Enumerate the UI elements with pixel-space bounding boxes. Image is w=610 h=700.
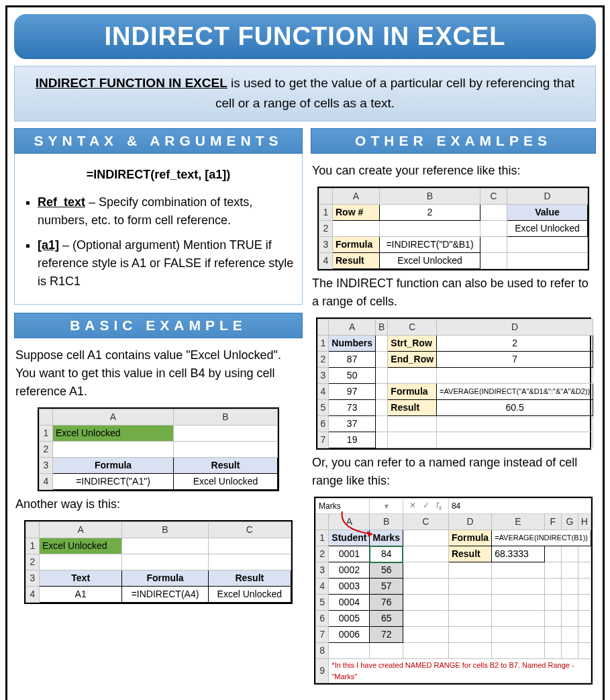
col-header: D [437, 319, 593, 335]
cell: Formula [388, 383, 437, 399]
col-header: B [375, 319, 387, 335]
other-p2: The INDIRECT function can also be used t… [312, 274, 595, 311]
other-table-1: ABCD 1Row #2Value 2Excel Unlocked 3Formu… [317, 187, 589, 270]
cell: 60.5 [437, 399, 593, 415]
col-header: A [333, 188, 380, 204]
basic-header: BASIC EXAMPLE [14, 313, 303, 338]
cell [375, 432, 387, 448]
cell: 0001 [329, 546, 370, 562]
cell [333, 220, 380, 236]
title-banner: INDIRECT FUNCTION IN EXCEL [14, 14, 596, 59]
col-header: C [388, 319, 437, 335]
cell: Excel Unlocked [53, 425, 174, 441]
cell [480, 252, 507, 268]
cell [122, 538, 208, 554]
cell [388, 432, 437, 448]
cell: End_Row [388, 351, 437, 367]
other-table-3: Marks ▾ ✕ ✓ fx 84 A B C D E F [314, 497, 593, 685]
cell [437, 415, 593, 432]
syntax-formula: =INDIRECT(ref_text, [a1]) [23, 166, 294, 184]
cell: =INDIRECT("D"&B1) [380, 236, 480, 252]
cell: 84 [370, 546, 403, 562]
cell: 7 [437, 351, 593, 367]
cell [507, 252, 588, 268]
col-header: D [448, 514, 491, 530]
cell: 50 [329, 367, 376, 383]
other-p1: You can create your reference like this: [312, 162, 595, 180]
other-body: You can create your reference like this:… [311, 154, 596, 693]
cell [375, 351, 387, 367]
cell: 68.3333 [492, 546, 545, 562]
col-header: B [370, 514, 403, 530]
name-box: Marks [316, 498, 370, 513]
cell [53, 441, 174, 457]
cell [388, 415, 437, 432]
cell: Row # [333, 204, 380, 220]
cell: 2 [437, 335, 593, 351]
cell [208, 538, 291, 554]
cell [122, 554, 208, 570]
cell: 56 [370, 562, 403, 579]
cell: 0005 [329, 611, 370, 627]
cell: Marks [370, 530, 403, 546]
cell [388, 367, 437, 383]
cell: 76 [370, 595, 403, 611]
dropdown-icon: ▾ [370, 498, 403, 513]
cell [480, 204, 507, 220]
page-title: INDIRECT FUNCTION IN EXCEL [21, 22, 589, 51]
cell: Formula [122, 570, 208, 586]
cell: Excel Unlocked [208, 586, 291, 602]
argument-list: Ref_text – Specify combination of texts,… [23, 193, 294, 291]
intro-text: is used to get the value of a particular… [215, 76, 574, 110]
basic-table-1: AB 1Excel Unlocked 2 3FormulaResult 4=IN… [38, 407, 279, 491]
cell: 0004 [329, 595, 370, 611]
list-item: Ref_text – Specify combination of texts,… [38, 193, 294, 230]
cell [174, 425, 278, 441]
footnote: *In this I have created NAMED RANGE for … [329, 659, 591, 683]
cell: Excel Unlocked [174, 473, 278, 489]
cell: Formula [53, 457, 174, 473]
cell [437, 367, 593, 383]
col-header: C [403, 514, 448, 530]
cell: A1 [40, 586, 122, 602]
cell [480, 236, 507, 252]
formula-bar-value: 84 [448, 498, 591, 513]
cell: 65 [370, 611, 403, 627]
cell: Strt_Row [388, 335, 437, 351]
cell [437, 432, 593, 448]
cell: 57 [370, 579, 403, 595]
cell: Value [507, 204, 588, 220]
cell: Result [208, 570, 291, 586]
basic-body: Suppose cell A1 contains value "Excel Un… [14, 338, 303, 612]
cell [507, 236, 588, 252]
cell [375, 335, 387, 351]
document-frame: INDIRECT FUNCTION IN EXCEL INDIRECT FUNC… [5, 5, 605, 700]
cell: 37 [329, 415, 376, 432]
col-header: A [40, 521, 122, 538]
col-header: F [544, 514, 561, 530]
cell: =AVERAGE(INDIRECT(B1)) [492, 530, 591, 546]
col-header: A [329, 514, 370, 530]
col-header: A [329, 319, 376, 335]
cell: Result [388, 399, 437, 415]
cell: Excel Unlocked [40, 538, 122, 554]
cell: Text [40, 570, 122, 586]
col-header: C [208, 521, 291, 538]
col-header: B [174, 409, 278, 425]
basic-p1: Suppose cell A1 contains value "Excel Un… [15, 346, 301, 401]
cell: 73 [329, 399, 376, 415]
cell: 0006 [329, 627, 370, 643]
arg-name: Ref_text [38, 195, 85, 209]
cell: Student [329, 530, 370, 546]
cell: Numbers [329, 335, 376, 351]
cell [375, 383, 387, 399]
cell [380, 220, 480, 236]
cell [174, 441, 278, 457]
cell: Excel Unlocked [507, 220, 588, 236]
arg-desc: – (Optional argument) Mention TRUE if re… [38, 238, 293, 288]
syntax-body: =INDIRECT(ref_text, [a1]) Ref_text – Spe… [14, 154, 303, 305]
cell: 19 [329, 432, 376, 448]
cell: =INDIRECT("A1") [53, 473, 174, 489]
basic-p2: Another way is this: [15, 495, 301, 513]
other-table-2: ABCD 1NumbersStrt_Row2 287End_Row7 350 4… [316, 317, 591, 450]
